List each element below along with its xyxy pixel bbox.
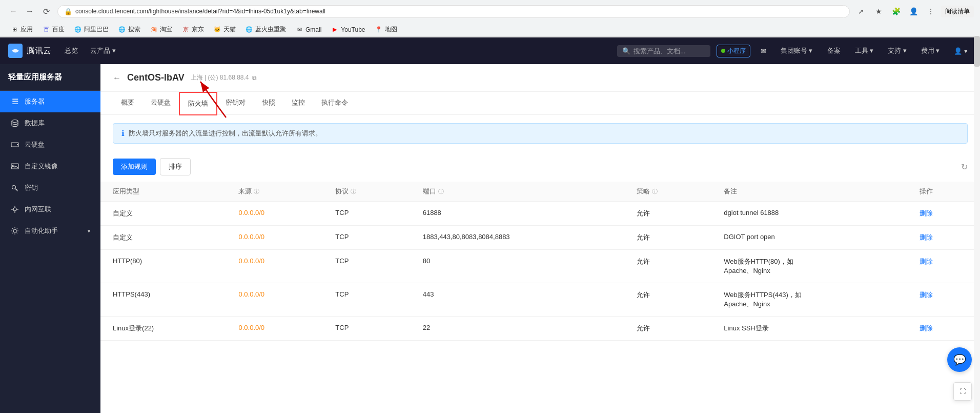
table-toolbar: 添加规则 排序 ↻ [100,152,980,182]
tab-overview[interactable]: 概要 [113,92,142,114]
reload-btn[interactable]: ⟳ [39,4,53,18]
firefly-favicon: 🌐 [245,26,253,34]
bookmark-firefly[interactable]: 🌐蓝火虫重聚 [241,24,290,35]
add-rule-button[interactable]: 添加规则 [113,159,156,175]
tab-snapshot[interactable]: 快照 [254,92,283,114]
toolbar-right: ↻ [961,162,968,172]
cell-protocol-5: TCP [323,317,410,341]
top-nav-right: 🔍 小程序 ✉ 集团账号 ▾ 备案 工具 ▾ 支持 ▾ 费用 ▾ 👤 ▾ [617,44,972,57]
nav-products[interactable]: 云产品 ▾ [85,44,121,57]
sort-button[interactable]: 排序 [160,158,191,175]
read-list-btn[interactable]: 阅读清单 [941,6,974,17]
bookmark-alibaba[interactable]: 🌐阿里巴巴 [70,24,113,35]
sidebar-item-server[interactable]: ☰ 服务器 [0,91,100,112]
policy-info-icon[interactable]: ⓘ [652,188,658,195]
bookmark-youtube[interactable]: ▶YouTube [326,25,369,35]
mail-btn[interactable]: ✉ [757,45,770,57]
bookmark-baidu[interactable]: 百百度 [38,24,69,35]
cell-protocol-2: TCP [323,226,410,250]
delete-btn-4[interactable]: 删除 [920,291,933,299]
tab-monitor[interactable]: 监控 [283,92,313,114]
tools-btn[interactable]: 工具 ▾ [851,44,878,57]
cell-app-type-5: Linux登录(22) [100,317,226,341]
server-icon: ☰ [10,97,19,106]
delete-btn-2[interactable]: 删除 [920,233,933,241]
scrollbar-thumb[interactable] [974,36,980,67]
delete-btn-5[interactable]: 删除 [920,324,933,332]
sidebar-item-network[interactable]: 内网互联 [0,199,100,220]
profile-btn[interactable]: 👤 [906,4,921,18]
bookmark-apps[interactable]: ⊞应用 [6,24,37,35]
bookmark-search[interactable]: 🌐搜索 [114,24,145,35]
th-source: 来源 ⓘ [226,182,323,202]
th-policy: 策略 ⓘ [624,182,711,202]
sidebar-item-server-label: 服务器 [25,97,45,106]
refresh-button[interactable]: ↻ [961,162,968,172]
cell-app-type-3: HTTP(80) [100,250,226,283]
bookmark-tianmao[interactable]: 🐱天猫 [209,24,240,35]
extension-btn[interactable]: 🧩 [889,4,903,18]
cell-source-4: 0.0.0.0/0 [226,283,323,317]
taobao-favicon: 淘 [150,26,158,34]
svg-point-2 [17,144,18,145]
port-info-icon[interactable]: ⓘ [438,188,444,195]
service-float-btn[interactable]: 💬 [947,347,972,372]
th-note: 备注 [711,182,907,202]
page-header: ← CentOS-lbAV 上海 | (公) 81.68.88.4 ⧉ [100,64,980,92]
search-input[interactable] [634,47,705,55]
sidebar-item-automation[interactable]: 自动化助手 ▾ [0,220,100,242]
scrollbar-track[interactable] [974,36,980,413]
forward-nav-btn[interactable]: → [23,4,37,18]
svg-rect-3 [11,164,18,169]
group-account-btn[interactable]: 集团账号 ▾ [777,44,817,57]
copy-icon[interactable]: ⧉ [252,74,257,82]
sidebar-header: 轻量应用服务器 [0,64,100,91]
tab-disk[interactable]: 云硬盘 [142,92,179,114]
back-nav-btn[interactable]: ← [6,4,21,18]
protocol-info-icon[interactable]: ⓘ [351,188,356,195]
fee-btn[interactable]: 费用 ▾ [917,44,944,57]
bookmark-gmail[interactable]: ✉Gmail [291,25,325,35]
cell-source-2: 0.0.0.0/0 [226,226,323,250]
bookmark-maps[interactable]: 📍地图 [371,24,401,35]
sidebar-item-disk[interactable]: 云硬盘 [0,134,100,155]
search-box[interactable]: 🔍 [617,45,710,57]
user-btn[interactable]: 👤 ▾ [950,45,972,57]
th-protocol: 协议 ⓘ [323,182,410,202]
menu-btn[interactable]: ⋮ [924,4,938,18]
cell-protocol-4: TCP [323,283,410,317]
bookmark-btn[interactable]: ★ [871,4,886,18]
th-port: 端口 ⓘ [411,182,624,202]
automation-icon [10,227,19,235]
nav-overview[interactable]: 总览 [59,44,83,57]
expand-float-btn[interactable]: ⛶ [953,382,972,401]
logo-icon [8,44,23,58]
browser-toolbar: ← → ⟳ 🔒 console.cloud.tencent.com/lighth… [0,0,980,23]
source-info-icon[interactable]: ⓘ [254,188,259,195]
bookmark-taobao[interactable]: 淘淘宝 [146,24,176,35]
back-button[interactable]: ← [113,73,121,83]
bookmark-jd[interactable]: 京京东 [177,24,208,35]
sidebar-item-key[interactable]: 密钥 [0,177,100,199]
main-content: ← CentOS-lbAV 上海 | (公) 81.68.88.4 ⧉ 概要 云… [100,64,980,413]
logo: 腾讯云 [8,44,51,58]
share-btn[interactable]: ➚ [854,4,868,18]
tab-firewall[interactable]: 防火墙 [179,92,217,115]
alibaba-favicon: 🌐 [74,26,82,34]
delete-btn-1[interactable]: 删除 [920,209,933,217]
gmail-favicon: ✉ [295,26,303,34]
cell-port-4: 443 [411,283,624,317]
cell-app-type-1: 自定义 [100,202,226,226]
tab-command[interactable]: 执行命令 [313,92,356,114]
xiaoapp-btn[interactable]: 小程序 [717,45,750,57]
address-bar[interactable]: 🔒 console.cloud.tencent.com/lighthouse/i… [57,5,850,18]
delete-btn-3[interactable]: 删除 [920,258,933,265]
sidebar-item-image[interactable]: 自定义镜像 [0,155,100,177]
backup-btn[interactable]: 备案 [823,44,845,57]
baidu-favicon: 百 [42,26,50,34]
support-btn[interactable]: 支持 ▾ [884,44,911,57]
cell-action-2: 删除 [907,226,980,250]
database-icon [10,119,19,127]
tab-keypair[interactable]: 密钥对 [217,92,254,114]
sidebar-item-database[interactable]: 数据库 [0,112,100,134]
